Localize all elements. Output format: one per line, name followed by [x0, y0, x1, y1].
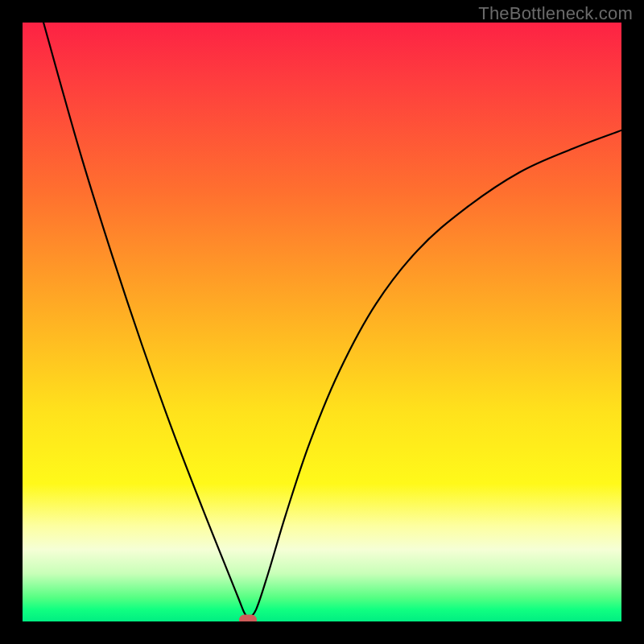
watermark-label: TheBottleneck.com [478, 3, 633, 24]
plot-area [23, 23, 621, 621]
curve-right [248, 130, 621, 618]
chart-frame: TheBottleneck.com [0, 0, 644, 644]
min-marker [239, 614, 257, 621]
curve-left [43, 23, 248, 618]
curve-svg [23, 23, 621, 621]
